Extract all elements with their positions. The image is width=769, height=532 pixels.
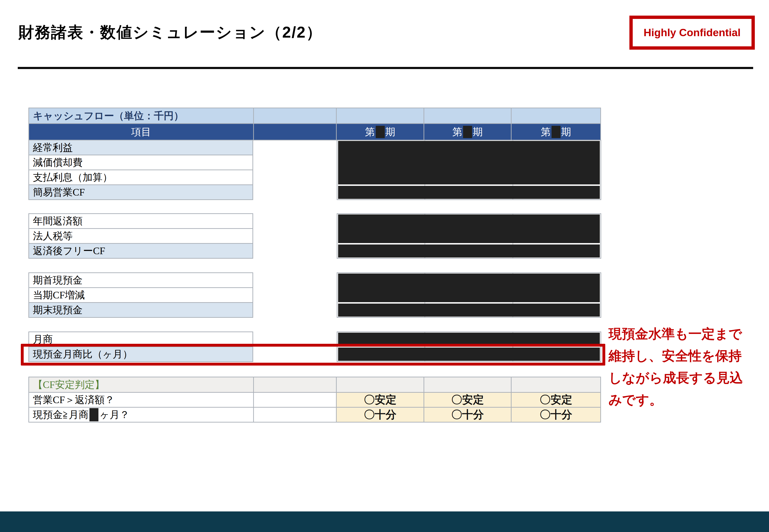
judgment-row-operating-cf: 営業CF＞返済額？ 〇安定 〇安定 〇安定 [28, 392, 601, 408]
judgment-section-cell [424, 377, 511, 392]
redacted-values-block1-total [338, 186, 600, 199]
block3-data-region [337, 272, 601, 318]
row-label-corporate-tax: 法人税等 [29, 228, 252, 243]
period-2-redaction-box [463, 126, 472, 138]
block1-data-region [337, 140, 601, 200]
page-title: 財務諸表・数値シミュレーション（2/2） [18, 22, 322, 43]
footer-bar [0, 511, 769, 532]
redacted-values-block3-upper [338, 274, 600, 302]
block3-label-column: 期首現預金 当期CF増減 期末現預金 [28, 272, 253, 318]
highlight-ring-cash-ratio-row [21, 344, 605, 366]
cashflow-header-row: 項目 第期 第期 第期 [28, 123, 601, 140]
row-label-interest-paid: 支払利息（加算） [29, 170, 252, 184]
row-label-ending-cash: 期末現預金 [29, 302, 252, 317]
slide: 財務諸表・数値シミュレーション（2/2） Highly Confidential… [0, 0, 769, 532]
judgment-section-cell [336, 377, 424, 392]
cashflow-title-spacer-cell [253, 108, 336, 123]
header-item-cell: 項目 [29, 124, 253, 140]
cashflow-title-cell-p2 [424, 108, 511, 123]
judgment-label-operating-cf-vs-repayment: 営業CF＞返済額？ [29, 393, 253, 407]
judgment-label-pre: 現預金≧月商 [33, 408, 88, 421]
cashflow-table-title: キャッシュフロー（単位：千円） [29, 108, 253, 123]
row-label-free-cf-after-repayment: 返済後フリーCF [29, 243, 252, 258]
row-label-depreciation: 減価償却費 [29, 155, 252, 170]
block2-data-region [337, 213, 601, 259]
row-label-beginning-cash: 期首現預金 [29, 273, 252, 287]
judgment-value-stable-2: 〇安定 [424, 393, 511, 407]
header-spacer-cell [253, 124, 336, 140]
row-label-current-cf-change: 当期CF増減 [29, 287, 252, 302]
cashflow-title-cell-p3 [511, 108, 600, 123]
period-3-prefix: 第 [541, 125, 551, 139]
period-2-suffix: 期 [473, 125, 483, 139]
header-period-1: 第期 [336, 124, 424, 140]
row-label-annual-repayment: 年間返済額 [29, 214, 252, 228]
confidential-badge: Highly Confidential [629, 16, 755, 50]
judgment-label-post: ヶ月？ [99, 408, 129, 421]
confidential-badge-label: Highly Confidential [644, 26, 741, 39]
redacted-values-block2-total [338, 244, 600, 257]
redacted-values-block2-upper [338, 214, 600, 243]
judgment-section-row: 【CF安定判定】 [28, 377, 601, 393]
redacted-values-block1-upper [338, 141, 600, 184]
judgment-section-title: 【CF安定判定】 [29, 377, 253, 392]
period-3-redaction-box [552, 126, 561, 138]
judgment-label-cash-vs-monthly-sales: 現預金≧月商ヶ月？ [29, 408, 253, 422]
row-label-ordinary-profit: 経常利益 [29, 140, 252, 155]
cashflow-title-row: キャッシュフロー（単位：千円） [28, 108, 601, 124]
judgment-value-sufficient-1: 〇十分 [336, 408, 424, 422]
judgment-value-sufficient-3: 〇十分 [511, 408, 600, 422]
row-label-simple-operating-cf: 簡易営業CF [29, 184, 252, 199]
judgment-value-stable-3: 〇安定 [511, 393, 600, 407]
period-2-prefix: 第 [453, 125, 462, 139]
redacted-values-block3-total [338, 304, 600, 317]
block2-label-column: 年間返済額 法人税等 返済後フリーCF [28, 213, 253, 259]
block1-label-column: 経常利益 減価償却費 支払利息（加算） 簡易営業CF [28, 140, 253, 200]
months-redaction-box [89, 408, 98, 421]
judgment-value-sufficient-2: 〇十分 [424, 408, 511, 422]
period-3-suffix: 期 [561, 125, 571, 139]
header-period-3: 第期 [511, 124, 600, 140]
period-1-redaction-box [376, 126, 385, 138]
period-1-prefix: 第 [365, 125, 375, 139]
judgment-spacer-cell [253, 393, 336, 407]
judgment-spacer-cell [253, 408, 336, 422]
judgment-section-cell [253, 377, 336, 392]
period-1-suffix: 期 [386, 125, 396, 139]
judgment-row-cash-months: 現預金≧月商ヶ月？ 〇十分 〇十分 〇十分 [28, 407, 601, 423]
title-divider [18, 67, 753, 69]
cashflow-title-cell-p1 [336, 108, 424, 123]
annotation-cash-level-note: 現預金水準も一定まで維持し、安全性を保持しながら成長する見込みです。 [609, 323, 754, 411]
judgment-value-stable-1: 〇安定 [336, 393, 424, 407]
judgment-section-cell [511, 377, 600, 392]
header-period-2: 第期 [424, 124, 511, 140]
